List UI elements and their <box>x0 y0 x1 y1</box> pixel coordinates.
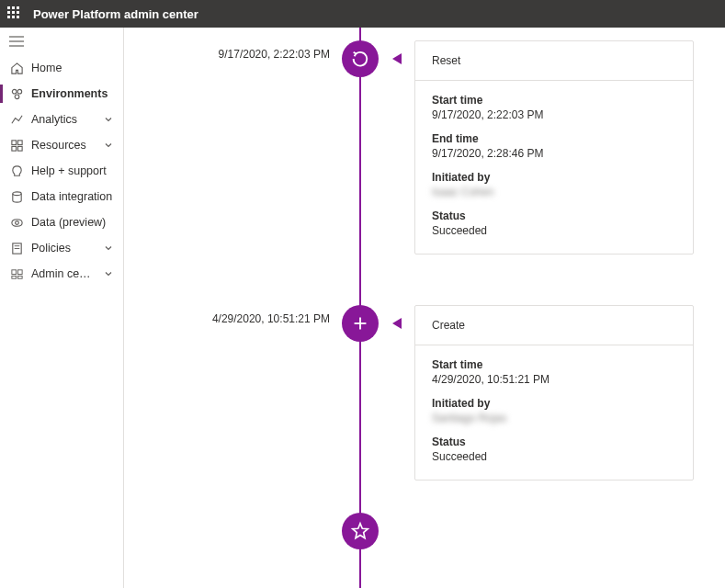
svg-rect-9 <box>17 146 22 151</box>
field-value: Isaac Cohen <box>432 186 676 198</box>
chevron-down-icon <box>103 268 114 279</box>
sidebar-item-data-preview[interactable]: Data (preview) <box>0 209 123 235</box>
data-icon <box>9 215 24 230</box>
star-icon <box>342 513 379 549</box>
field-label: Start time <box>432 94 676 107</box>
chevron-down-icon <box>103 114 114 125</box>
event-card[interactable]: Reset Start time 9/17/2020, 2:22:03 PM E… <box>414 40 694 254</box>
field-label: Initiated by <box>432 397 676 410</box>
sidebar-item-label: Analytics <box>31 113 96 126</box>
create-icon <box>342 305 379 342</box>
event-timestamp: 9/17/2020, 2:22:03 PM <box>219 48 330 61</box>
svg-point-3 <box>12 89 17 94</box>
svg-rect-7 <box>17 140 22 144</box>
sidebar-item-label: Data integration <box>31 190 114 203</box>
topbar: Power Platform admin center <box>0 0 725 28</box>
reset-icon <box>342 40 379 77</box>
resources-icon <box>9 138 24 153</box>
field-label: Status <box>432 209 676 222</box>
sidebar-item-label: Environments <box>31 87 114 100</box>
sidebar-item-data-integration[interactable]: Data integration <box>0 184 123 209</box>
event-title: Create <box>415 306 693 345</box>
event-card[interactable]: Create Start time 4/29/2020, 10:51:21 PM… <box>414 305 694 481</box>
help-icon <box>9 164 24 178</box>
svg-rect-8 <box>11 146 16 151</box>
sidebar-item-label: Resources <box>31 139 96 152</box>
field-value: Santiago Rojas <box>432 412 676 424</box>
field-label: Status <box>432 435 676 448</box>
sidebar: Home Environments Analytics Resources He… <box>0 28 124 588</box>
event-timestamp: 4/29/2020, 10:51:21 PM <box>212 312 330 325</box>
nav-collapse-button[interactable] <box>0 28 123 55</box>
event-details: Start time 4/29/2020, 10:51:21 PM Initia… <box>415 345 693 480</box>
field-label: Initiated by <box>432 171 676 184</box>
policies-icon <box>9 241 24 255</box>
svg-point-4 <box>17 89 21 94</box>
admin-icon <box>9 266 24 281</box>
home-icon <box>9 61 24 75</box>
svg-rect-18 <box>17 276 22 278</box>
svg-marker-21 <box>353 524 368 538</box>
field-label: End time <box>432 132 676 145</box>
main-content: 9/17/2020, 2:22:03 PM Reset Start time 9… <box>124 28 725 588</box>
svg-rect-6 <box>11 140 16 144</box>
chevron-down-icon <box>103 140 114 151</box>
event-details: Start time 9/17/2020, 2:22:03 PM End tim… <box>415 81 693 254</box>
card-pointer-icon <box>392 318 402 329</box>
body: Home Environments Analytics Resources He… <box>0 28 725 588</box>
svg-rect-16 <box>17 269 22 274</box>
svg-point-10 <box>12 191 20 195</box>
app-launcher-icon[interactable] <box>7 6 22 21</box>
sidebar-item-policies[interactable]: Policies <box>0 235 123 261</box>
card-pointer-icon <box>392 53 402 64</box>
svg-rect-15 <box>11 269 16 274</box>
field-value: 9/17/2020, 2:22:03 PM <box>432 108 676 121</box>
sidebar-item-label: Admin centers <box>31 267 96 280</box>
sidebar-item-label: Help + support <box>31 164 114 177</box>
sidebar-item-home[interactable]: Home <box>0 55 123 81</box>
field-value: Succeeded <box>432 224 676 237</box>
sidebar-item-resources[interactable]: Resources <box>0 132 123 158</box>
environments-icon <box>9 86 24 101</box>
sidebar-item-environments[interactable]: Environments <box>0 81 123 107</box>
field-value: 4/29/2020, 10:51:21 PM <box>432 373 676 386</box>
svg-point-11 <box>15 220 18 224</box>
app-title: Power Platform admin center <box>33 7 198 21</box>
sidebar-item-label: Policies <box>31 242 96 254</box>
svg-point-5 <box>15 94 19 98</box>
svg-rect-17 <box>11 276 16 278</box>
field-label: Start time <box>432 358 676 371</box>
sidebar-item-help-support[interactable]: Help + support <box>0 158 123 184</box>
sidebar-item-label: Home <box>31 62 114 74</box>
field-value: Succeeded <box>432 450 676 463</box>
sidebar-item-label: Data (preview) <box>31 216 114 229</box>
data-integration-icon <box>9 189 24 204</box>
analytics-icon <box>9 112 24 127</box>
event-title: Reset <box>415 41 693 81</box>
chevron-down-icon <box>103 243 114 254</box>
sidebar-item-admin-centers[interactable]: Admin centers <box>0 261 123 287</box>
field-value: 9/17/2020, 2:28:46 PM <box>432 147 676 160</box>
sidebar-item-analytics[interactable]: Analytics <box>0 107 123 132</box>
